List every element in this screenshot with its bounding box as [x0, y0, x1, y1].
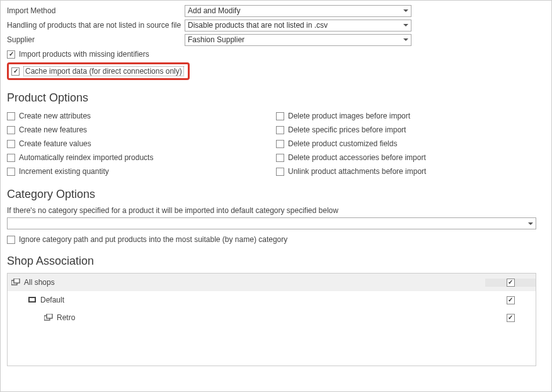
checkbox-retro-shop[interactable]: [507, 314, 515, 322]
row-create-feature-values: Create feature values: [7, 137, 276, 150]
checkbox-all-shops[interactable]: [507, 279, 515, 287]
label-ignore-category-path: Ignore category path and put products in…: [19, 235, 287, 244]
chevron-down-icon: [403, 9, 408, 12]
tree-row-all-shops[interactable]: All shops: [8, 274, 536, 291]
dropdown-import-method[interactable]: Add and Modify: [185, 5, 411, 17]
label-increment-qty: Increment existing quantity: [19, 167, 109, 176]
row-create-new-features: Create new features: [7, 124, 276, 136]
checkbox-create-new-features[interactable]: [7, 126, 15, 134]
section-product-options: Product Options: [7, 91, 545, 105]
checkbox-default-shop[interactable]: [507, 296, 515, 304]
product-options-left: Create new attributes Create new feature…: [7, 110, 276, 179]
dropdown-default-category[interactable]: [7, 217, 536, 229]
chevron-down-icon: [403, 24, 408, 26]
row-increment-qty: Increment existing quantity: [7, 165, 276, 178]
dropdown-supplier-value: Fashion Supplier: [188, 35, 244, 44]
checkbox-unlink-attachments[interactable]: [276, 168, 284, 176]
checkbox-delete-prices[interactable]: [276, 126, 284, 134]
label-import-missing: Import products with missing identifiers: [19, 50, 149, 59]
shop-group-icon: [11, 279, 20, 286]
row-unlink-attachments: Unlink product attachments before import: [276, 165, 545, 178]
row-delete-accessories: Delete product accessories before import: [276, 151, 545, 164]
svg-rect-3: [30, 298, 35, 301]
row-handling: Handling of products that are not listed…: [7, 19, 545, 32]
tree-row-retro[interactable]: Retro: [8, 309, 536, 326]
category-help: If there's no category specified for a p…: [7, 206, 545, 215]
product-options-right: Delete product images before import Dele…: [276, 110, 545, 179]
section-shop-association: Shop Association: [7, 255, 545, 268]
tree-label-retro: Retro: [57, 313, 75, 322]
shop-icon: [44, 314, 53, 321]
product-options-grid: Create new attributes Create new feature…: [7, 110, 545, 179]
chevron-down-icon: [528, 222, 533, 225]
checkbox-delete-images[interactable]: [276, 112, 284, 120]
checkbox-auto-reindex[interactable]: [7, 154, 15, 162]
settings-panel: Import Method Add and Modify Handling of…: [0, 0, 552, 392]
label-delete-accessories: Delete product accessories before import: [288, 153, 426, 162]
label-create-feature-values: Create feature values: [19, 139, 91, 148]
row-delete-images: Delete product images before import: [276, 110, 545, 122]
label-import-method: Import Method: [7, 6, 185, 15]
checkbox-import-missing[interactable]: [7, 50, 15, 59]
row-import-missing: Import products with missing identifiers: [7, 48, 545, 61]
tree-row-default[interactable]: Default: [8, 291, 536, 309]
highlight-cache-import: Cache import data (for direct connection…: [7, 62, 190, 80]
label-delete-custom-fields: Delete product customized fields: [288, 139, 397, 148]
checkbox-ignore-category-path[interactable]: [7, 236, 15, 244]
label-unlink-attachments: Unlink product attachments before import: [288, 167, 426, 176]
dropdown-supplier[interactable]: Fashion Supplier: [185, 34, 411, 46]
row-delete-custom-fields: Delete product customized fields: [276, 137, 545, 150]
checkbox-increment-qty[interactable]: [7, 168, 15, 176]
tree-label-all-shops: All shops: [24, 278, 55, 287]
dropdown-handling-value: Disable products that are not listed in …: [188, 21, 328, 30]
row-ignore-category-path: Ignore category path and put products in…: [7, 233, 545, 246]
chevron-down-icon: [403, 38, 408, 41]
dropdown-import-method-value: Add and Modify: [188, 6, 240, 15]
shop-tree: All shops Default Retro: [7, 273, 536, 366]
row-import-method: Import Method Add and Modify: [7, 4, 545, 17]
checkbox-create-new-attributes[interactable]: [7, 112, 15, 120]
checkbox-delete-accessories[interactable]: [276, 154, 284, 162]
section-category-options: Category Options: [7, 188, 545, 201]
checkbox-cache-import[interactable]: [11, 67, 20, 76]
row-create-new-attributes: Create new attributes: [7, 110, 276, 122]
row-supplier: Supplier Fashion Supplier: [7, 33, 545, 46]
checkbox-create-feature-values[interactable]: [7, 140, 15, 148]
svg-rect-5: [47, 314, 52, 318]
label-create-new-attributes: Create new attributes: [19, 112, 91, 120]
label-auto-reindex: Automatically reindex imported products: [19, 153, 153, 162]
label-create-new-features: Create new features: [19, 125, 87, 134]
tree-label-default: Default: [40, 296, 64, 304]
shop-icon: [28, 296, 37, 304]
svg-rect-1: [14, 279, 20, 283]
label-cache-import: Cache import data (for direct connection…: [23, 66, 184, 76]
label-supplier: Supplier: [7, 35, 185, 44]
label-delete-prices: Delete specific prices before import: [288, 125, 406, 134]
row-auto-reindex: Automatically reindex imported products: [7, 151, 276, 164]
dropdown-handling[interactable]: Disable products that are not listed in …: [185, 20, 411, 32]
checkbox-delete-custom-fields[interactable]: [276, 140, 284, 148]
label-delete-images: Delete product images before import: [288, 112, 410, 120]
row-delete-prices: Delete specific prices before import: [276, 124, 545, 136]
label-handling: Handling of products that are not listed…: [7, 21, 185, 30]
